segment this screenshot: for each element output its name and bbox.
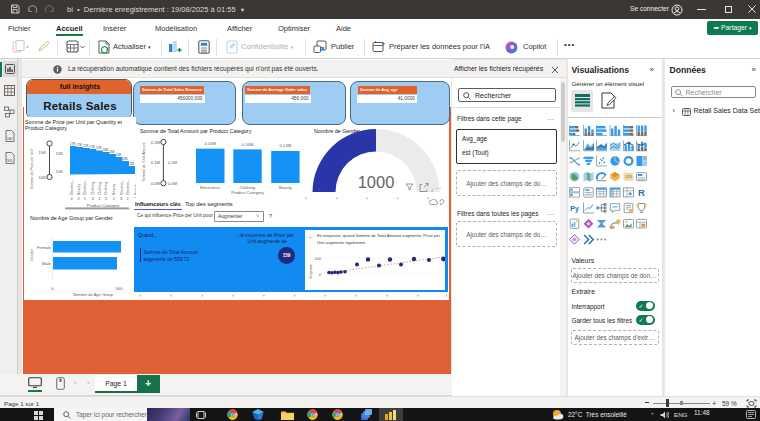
svg-text:15K: 15K — [116, 153, 122, 157]
svg-text:⋯: ⋯ — [435, 185, 441, 191]
svg-text:Moyenne...: Moyenne... — [309, 262, 313, 279]
svg-text:TMDL: TMDL — [6, 159, 14, 163]
svg-text:15K: 15K — [39, 150, 47, 155]
svg-text:R: R — [638, 186, 645, 197]
svg-text:DAX: DAX — [6, 137, 12, 141]
svg-text:0,0M: 0,0M — [151, 181, 161, 186]
svg-text:17K: 17K — [90, 145, 96, 149]
svg-text:0,14M: 0,14M — [280, 143, 292, 148]
svg-text:Beauty: Beauty — [112, 184, 116, 195]
svg-text:0,0M: 0,0M — [168, 181, 178, 186]
svg-text:Product Category: Product Category — [87, 203, 120, 208]
svg-text:17K: 17K — [77, 143, 83, 147]
svg-text:0,1M: 0,1M — [151, 160, 161, 165]
svg-text:Py: Py — [570, 204, 579, 212]
svg-text:Gender: Gender — [30, 248, 34, 261]
svg-text:2: 2 — [113, 196, 116, 201]
svg-text:Electron...: Electron... — [83, 179, 87, 195]
svg-text:13K: 13K — [122, 157, 128, 161]
svg-text:12K: 12K — [129, 162, 135, 166]
svg-text:4: 4 — [92, 196, 95, 201]
svg-text:1: 1 — [98, 196, 101, 201]
svg-text:0: 0 — [319, 273, 321, 277]
svg-text:10K: 10K — [56, 169, 64, 174]
svg-text:Beauty: Beauty — [77, 184, 81, 195]
svg-text:4: 4 — [70, 196, 73, 201]
svg-text:Electron...: Electron... — [120, 179, 124, 195]
svg-text:Electron...: Electron... — [70, 179, 74, 195]
svg-text:Product Category: Product Category — [231, 190, 264, 195]
svg-text:17K: 17K — [70, 142, 76, 146]
svg-text:123: 123 — [625, 175, 631, 179]
svg-text:0,2M: 0,2M — [151, 140, 161, 145]
svg-text:3: 3 — [77, 196, 80, 201]
svg-text:3: 3 — [105, 196, 108, 201]
svg-text:0,16M: 0,16M — [204, 141, 216, 146]
svg-text:500: 500 — [116, 286, 124, 291]
svg-text:500: 500 — [315, 257, 321, 261]
svg-text:Clothing: Clothing — [98, 182, 102, 195]
svg-text:Male: Male — [42, 261, 52, 266]
svg-text:17K: 17K — [83, 144, 89, 148]
svg-text:Beauty: Beauty — [279, 185, 293, 190]
svg-text:Electronics: Electronics — [200, 185, 220, 190]
svg-text:17K: 17K — [96, 146, 102, 150]
svg-text:Somme de Total Amount: Somme de Total Amount — [142, 142, 146, 181]
svg-text:Beauty: Beauty — [134, 184, 136, 195]
svg-text:Female: Female — [37, 245, 52, 250]
svg-text:Clothing: Clothing — [104, 182, 108, 195]
svg-text:15K: 15K — [56, 151, 64, 156]
svg-text:10K: 10K — [39, 175, 47, 180]
svg-text:Nombre de Age Group: Nombre de Age Group — [73, 292, 114, 297]
svg-text:Clothing: Clothing — [240, 185, 256, 190]
svg-text:Clothing: Clothing — [91, 182, 95, 195]
svg-text:16K: 16K — [109, 150, 115, 154]
svg-text:1: 1 — [84, 196, 87, 201]
svg-text:0: 0 — [51, 286, 54, 291]
svg-text:1000: 1000 — [358, 173, 395, 191]
svg-text:0,1M: 0,1M — [168, 160, 178, 165]
svg-text:16K: 16K — [103, 148, 109, 152]
svg-text:Electron...: Electron... — [126, 179, 130, 195]
svg-text:3: 3 — [120, 196, 123, 201]
svg-text:0,16M: 0,16M — [242, 142, 254, 147]
